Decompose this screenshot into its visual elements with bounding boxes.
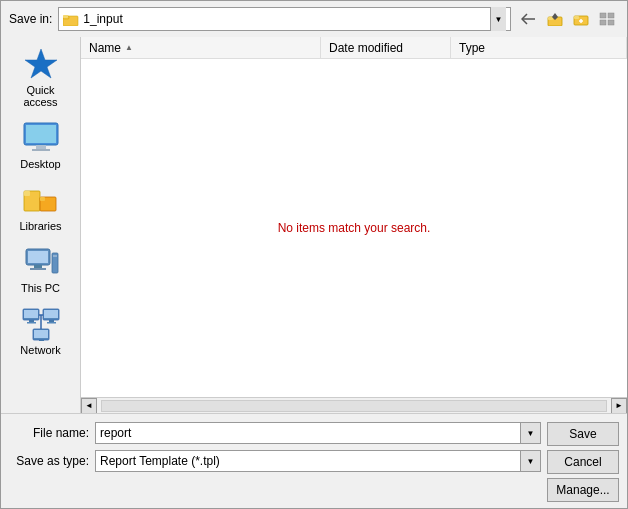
libraries-label: Libraries — [19, 220, 61, 232]
save-in-dropdown[interactable]: 1_input ▼ — [58, 7, 511, 31]
svg-rect-20 — [24, 191, 30, 196]
svg-rect-13 — [608, 20, 614, 25]
svg-rect-31 — [29, 320, 34, 322]
save-in-dropdown-arrow[interactable]: ▼ — [490, 7, 506, 31]
folder-icon — [63, 13, 79, 26]
svg-rect-26 — [30, 268, 46, 270]
svg-rect-10 — [600, 13, 606, 18]
svg-rect-35 — [49, 320, 54, 322]
scroll-right-button[interactable]: ► — [611, 398, 627, 414]
back-icon — [521, 12, 537, 26]
svg-rect-18 — [32, 149, 50, 151]
svg-rect-39 — [34, 330, 48, 338]
main-content: Quick access Desktop — [1, 37, 627, 413]
desktop-icon — [21, 120, 61, 156]
svg-rect-34 — [44, 310, 58, 318]
file-list-header: Name ▲ Date modified Type — [81, 37, 627, 59]
sidebar-item-libraries[interactable]: Libraries — [5, 177, 77, 237]
cancel-button[interactable]: Cancel — [547, 450, 619, 474]
svg-rect-2 — [63, 15, 68, 18]
quick-access-icon — [21, 46, 61, 82]
scrollbar-track[interactable] — [101, 400, 607, 412]
save-in-label: Save in: — [9, 12, 52, 26]
manage-button[interactable]: Manage... — [547, 478, 619, 502]
action-buttons: Save Cancel Manage... — [547, 422, 619, 502]
this-pc-icon — [21, 244, 61, 280]
column-header-name[interactable]: Name ▲ — [81, 37, 321, 58]
top-bar: Save in: 1_input ▼ — [1, 1, 627, 37]
sidebar-item-this-pc[interactable]: This PC — [5, 239, 77, 299]
toolbar-buttons — [517, 7, 619, 31]
save-as-type-dropdown-arrow[interactable]: ▼ — [521, 450, 541, 472]
svg-marker-14 — [25, 49, 57, 78]
save-dialog: Save in: 1_input ▼ — [0, 0, 628, 509]
bottom-fields: File name: ▼ Save as type: ▼ Sa — [1, 413, 627, 508]
file-name-dropdown-arrow[interactable]: ▼ — [521, 422, 541, 444]
new-folder-button[interactable] — [569, 7, 593, 31]
file-name-label: File name: — [9, 426, 89, 440]
svg-rect-24 — [28, 251, 48, 263]
sidebar-item-quick-access[interactable]: Quick access — [5, 41, 77, 113]
svg-rect-28 — [53, 255, 57, 257]
quick-access-label: Quick access — [12, 84, 70, 108]
network-label: Network — [20, 344, 60, 356]
svg-rect-40 — [39, 340, 44, 341]
sidebar-item-network[interactable]: Network — [5, 301, 77, 361]
save-as-type-row: Save as type: ▼ — [9, 450, 541, 472]
save-as-type-input[interactable] — [95, 450, 521, 472]
up-folder-button[interactable] — [543, 7, 567, 31]
network-icon — [21, 306, 61, 342]
column-header-type[interactable]: Type — [451, 37, 627, 58]
svg-rect-11 — [608, 13, 614, 18]
file-name-input[interactable] — [95, 422, 521, 444]
svg-rect-25 — [34, 265, 42, 268]
file-list-empty-message: No items match your search. — [81, 59, 627, 397]
column-header-date[interactable]: Date modified — [321, 37, 451, 58]
sidebar: Quick access Desktop — [1, 37, 81, 413]
svg-rect-36 — [47, 322, 56, 324]
up-folder-icon — [547, 12, 563, 26]
svg-rect-5 — [548, 17, 553, 20]
svg-rect-32 — [27, 322, 36, 324]
back-button[interactable] — [517, 7, 541, 31]
desktop-label: Desktop — [20, 158, 60, 170]
file-area: Name ▲ Date modified Type No items match… — [81, 37, 627, 413]
views-button[interactable] — [595, 7, 619, 31]
horizontal-scrollbar[interactable]: ◄ ► — [81, 397, 627, 413]
svg-rect-12 — [600, 20, 606, 25]
file-name-input-wrapper: ▼ — [95, 422, 541, 444]
save-as-type-label: Save as type: — [9, 454, 89, 468]
this-pc-label: This PC — [21, 282, 60, 294]
new-folder-icon — [573, 12, 589, 26]
save-button[interactable]: Save — [547, 422, 619, 446]
save-as-type-input-wrapper: ▼ — [95, 450, 541, 472]
svg-rect-17 — [36, 145, 46, 149]
bottom-section: File name: ▼ Save as type: ▼ Sa — [9, 422, 619, 502]
file-name-row: File name: ▼ — [9, 422, 541, 444]
svg-rect-7 — [574, 16, 579, 19]
current-folder-text: 1_input — [83, 12, 486, 26]
views-icon — [599, 12, 615, 26]
libraries-icon — [21, 182, 61, 218]
scroll-left-button[interactable]: ◄ — [81, 398, 97, 414]
svg-rect-22 — [40, 197, 45, 201]
svg-rect-16 — [26, 125, 56, 143]
fields-area: File name: ▼ Save as type: ▼ — [9, 422, 541, 478]
svg-rect-30 — [24, 310, 38, 318]
sidebar-item-desktop[interactable]: Desktop — [5, 115, 77, 175]
